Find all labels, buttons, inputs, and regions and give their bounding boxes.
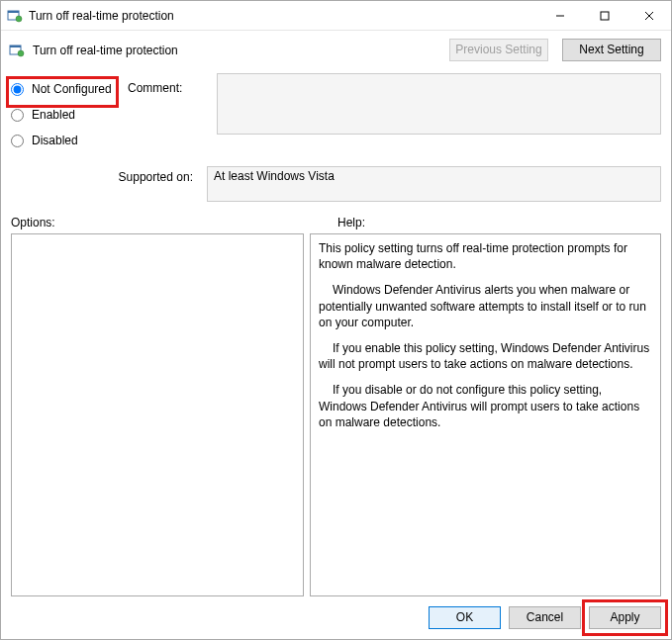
next-setting-button[interactable]: Next Setting (562, 39, 661, 61)
supported-on-field: At least Windows Vista (207, 166, 661, 202)
svg-rect-8 (10, 46, 21, 47)
radio-disabled-input[interactable] (11, 135, 24, 147)
svg-point-9 (18, 50, 24, 56)
ok-button[interactable]: OK (429, 606, 501, 629)
cancel-button[interactable]: Cancel (509, 606, 581, 629)
close-button[interactable] (626, 1, 671, 30)
radio-disabled[interactable]: Disabled (9, 131, 118, 150)
svg-rect-4 (601, 12, 609, 20)
radio-disabled-label: Disabled (32, 134, 78, 147)
dialog-footer: OK Cancel Apply (1, 596, 671, 639)
radio-not-configured[interactable]: Not Configured (9, 79, 116, 99)
policy-editor-window: Turn off real-time protection Turn off r… (0, 0, 672, 640)
help-label: Help: (308, 216, 661, 229)
help-text: Windows Defender Antivirus alerts you wh… (319, 282, 652, 330)
policy-header: Turn off real-time protection Previous S… (1, 31, 671, 73)
state-radio-group: Not Configured Enabled Disabled (9, 73, 118, 156)
previous-setting-button: Previous Setting (449, 39, 548, 61)
supported-on-label: Supported on: (9, 166, 197, 202)
help-pane: This policy setting turns off real-time … (310, 233, 661, 596)
window-title: Turn off real-time protection (29, 9, 537, 23)
radio-enabled-input[interactable] (11, 109, 24, 122)
radio-enabled[interactable]: Enabled (9, 105, 118, 125)
policy-name: Turn off real-time protection (33, 44, 435, 57)
help-text: If you disable or do not configure this … (319, 382, 652, 430)
help-text: If you enable this policy setting, Windo… (319, 340, 652, 372)
maximize-button[interactable] (582, 1, 626, 30)
options-pane (11, 233, 304, 596)
policy-icon (7, 8, 23, 24)
radio-not-configured-label: Not Configured (32, 82, 112, 96)
help-text: This policy setting turns off real-time … (319, 240, 652, 272)
policy-icon (9, 43, 25, 58)
svg-point-2 (16, 16, 22, 22)
radio-enabled-label: Enabled (32, 108, 75, 122)
comment-field[interactable] (217, 73, 661, 135)
minimize-button[interactable] (537, 1, 582, 30)
comment-label: Comment: (128, 73, 207, 156)
options-label: Options: (11, 216, 308, 229)
apply-button[interactable]: Apply (589, 606, 661, 629)
titlebar: Turn off real-time protection (1, 1, 671, 31)
radio-not-configured-input[interactable] (11, 83, 24, 96)
svg-rect-1 (8, 11, 19, 13)
